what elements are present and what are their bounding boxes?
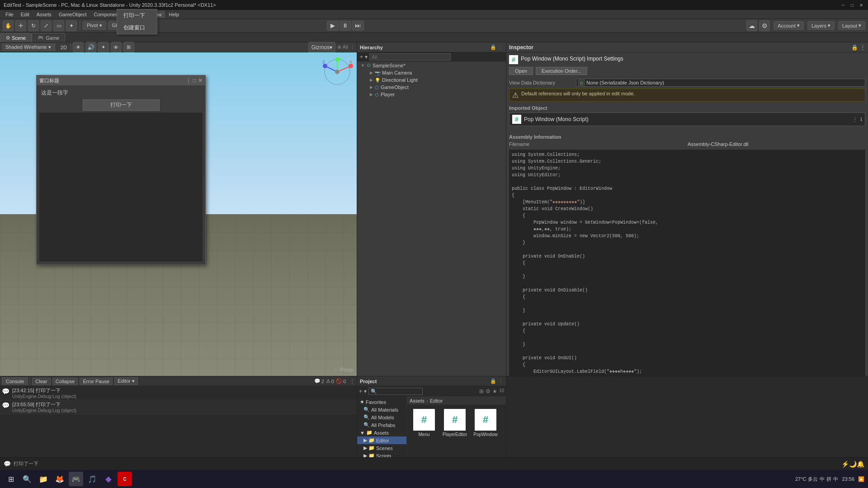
shaded-wireframe-btn[interactable]: Shaded Wireframe ▾	[2, 43, 55, 51]
hier-player[interactable]: ▶ ⬡ Player	[357, 91, 506, 98]
console-entry-0[interactable]: 💬 [23:42:15] 打印了一下 UnityEngine.Debug:Log…	[0, 386, 357, 400]
ctx-item-create-window[interactable]: 创建窗口	[117, 22, 157, 34]
taskbar-ime2[interactable]: 中	[833, 476, 838, 483]
hierarchy-scene[interactable]: ▼ ⊙ SampleScene*	[357, 61, 506, 69]
inspector-more-icon[interactable]: ⋮	[860, 44, 865, 51]
taskbar-unity-btn[interactable]: 🎮	[69, 472, 83, 486]
pause-btn[interactable]: ⏸	[340, 21, 351, 31]
imported-object-row[interactable]: # Pop Window (Mono Script) ⋮ ℹ	[509, 113, 865, 126]
scene-light-btn[interactable]: ☀	[73, 42, 84, 53]
scene-sound-btn[interactable]: 🔊	[85, 42, 96, 53]
account-btn[interactable]: Account ▾	[774, 21, 804, 30]
project-star-icon[interactable]: ★	[492, 388, 497, 394]
proj-editor[interactable]: ▶ 📁 Editor	[357, 436, 406, 444]
hier-directional-light[interactable]: ▶ 💡 Directional Light	[357, 76, 506, 84]
toolbar-btn-transform[interactable]: ✦	[66, 20, 77, 31]
proj-all-models[interactable]: 🔍 All Models	[357, 413, 406, 421]
console-more-btn[interactable]: ⋮	[349, 378, 355, 385]
menu-file[interactable]: File	[2, 11, 17, 18]
play-btn[interactable]: ▶	[327, 21, 339, 31]
proj-file-playereditor[interactable]: # PlayerEditor	[441, 409, 468, 437]
close-btn[interactable]: ✕	[858, 2, 864, 8]
project-cols-icon[interactable]: ⊞	[479, 388, 484, 394]
inspector-lock-icon[interactable]: 🔒	[851, 44, 858, 51]
imported-object-info[interactable]: ℹ	[860, 117, 862, 122]
warning-badge: ⚠ 0	[326, 378, 334, 384]
pop-window-maximize[interactable]: □	[193, 77, 196, 84]
pop-window-kebab[interactable]: ⋮	[186, 77, 191, 84]
2d-btn[interactable]: 2D	[57, 44, 71, 51]
scene-hidden-btn[interactable]: 👁	[111, 42, 122, 53]
status-icon: 💬	[4, 460, 11, 467]
collab-icon[interactable]: ☁	[746, 20, 757, 31]
taskbar-hide-btn[interactable]: 🔼	[858, 476, 864, 482]
step-btn[interactable]: ⏭	[352, 21, 364, 31]
menu-edit[interactable]: Edit	[17, 11, 33, 18]
pop-window-print-btn[interactable]: 打印一下	[83, 99, 160, 111]
tab-game[interactable]: 🎮 Game	[32, 33, 65, 42]
project-dropdown-btn[interactable]: ▾	[364, 388, 367, 394]
inspector-execution-order-btn[interactable]: Execution Order...	[536, 67, 587, 75]
project-search-input[interactable]	[368, 388, 423, 395]
scene-grid-btn[interactable]: ⊞	[123, 42, 134, 53]
editor-btn[interactable]: Editor ▾	[114, 377, 138, 385]
hierarchy-lock-icon[interactable]: 🔒	[490, 44, 496, 50]
toolbar-btn-rotate[interactable]: ↻	[28, 20, 39, 31]
menu-gameobject[interactable]: GameObject	[55, 11, 90, 18]
taskbar-pinyin[interactable]: 拼	[826, 476, 831, 483]
proj-all-materials[interactable]: 🔍 All Materials	[357, 406, 406, 413]
clear-btn[interactable]: Clear	[32, 378, 50, 385]
project-settings-icon[interactable]: ⚙	[486, 388, 491, 394]
hier-gameobject[interactable]: ▶ ⬡ GameObject	[357, 84, 506, 91]
scene-more-btn[interactable]: ⋮	[350, 44, 355, 50]
taskbar-csdn-btn[interactable]: C	[118, 472, 132, 486]
toolbar-btn-move[interactable]: ✛	[15, 20, 26, 31]
hier-main-camera[interactable]: ▶ 📷 Main Camera	[357, 69, 506, 76]
taskbar-ime[interactable]: 中	[820, 476, 825, 483]
pop-window[interactable]: 窗口标题 ⋮ □ ✕ 这是一段字 打印一下	[36, 75, 206, 265]
context-menu: 打印一下 创建窗口	[117, 9, 157, 34]
ctx-item-print[interactable]: 打印一下	[117, 9, 157, 22]
hierarchy-search-input[interactable]	[369, 53, 451, 61]
settings-icon[interactable]: ⚙	[759, 20, 770, 31]
error-pause-btn[interactable]: Error Pause	[80, 378, 113, 385]
toolbar-btn-hand[interactable]: ✋	[3, 20, 14, 31]
proj-file-menu[interactable]: # Menu	[410, 409, 438, 437]
console-tab[interactable]: Console	[2, 377, 28, 385]
pop-window-close[interactable]: ✕	[198, 77, 203, 84]
tab-scene[interactable]: ⊙ Scene	[0, 33, 32, 42]
proj-file-popwindow[interactable]: # PopWindow	[472, 409, 499, 437]
inspector-open-btn[interactable]: Open	[509, 67, 533, 75]
gizmos-btn[interactable]: Gizmos ▾	[308, 42, 336, 53]
imported-object-expand[interactable]: ⋮	[852, 116, 858, 122]
proj-scripts[interactable]: ▶ 📁 Scripts	[357, 452, 406, 457]
project-more-icon[interactable]: ⋮	[498, 378, 503, 384]
minimize-btn[interactable]: ─	[840, 2, 846, 8]
taskbar-firefox-btn[interactable]: 🦊	[52, 472, 67, 486]
taskbar-file-btn[interactable]: 📁	[36, 472, 51, 486]
hierarchy-add-btn[interactable]: +	[360, 54, 363, 60]
console-entry-1[interactable]: 💬 [23:55:59] 打印了一下 UnityEngine.Debug:Log…	[0, 400, 357, 414]
menu-assets[interactable]: Assets	[33, 11, 55, 18]
taskbar-vs-btn[interactable]: ◆	[101, 472, 116, 486]
hierarchy-more-icon[interactable]: ⋮	[498, 44, 503, 50]
proj-favorites[interactable]: ★ Favorites	[357, 398, 406, 406]
hierarchy-dropdown-btn[interactable]: ▾	[365, 54, 368, 60]
scene-fx-btn[interactable]: ✦	[98, 42, 109, 53]
maximize-btn[interactable]: □	[849, 2, 855, 8]
layout-btn[interactable]: Layout ▾	[838, 21, 865, 30]
proj-scenes[interactable]: ▶ 📁 Scenes	[357, 444, 406, 452]
pivot-btn[interactable]: Pivot ▾	[83, 21, 106, 30]
proj-assets[interactable]: ▼ 📁 Assets	[357, 429, 406, 436]
taskbar-start-btn[interactable]: ⊞	[4, 472, 18, 486]
toolbar-btn-scale[interactable]: ⤢	[41, 20, 52, 31]
taskbar-music-btn[interactable]: 🎵	[85, 472, 99, 486]
project-lock-icon[interactable]: 🔒	[490, 378, 496, 384]
collapse-btn[interactable]: Collapse	[52, 378, 78, 385]
menu-help[interactable]: Help	[165, 11, 183, 18]
project-add-btn[interactable]: +	[359, 388, 362, 394]
layers-btn[interactable]: Layers ▾	[807, 21, 835, 30]
toolbar-btn-rect[interactable]: ▭	[53, 20, 64, 31]
proj-all-prefabs[interactable]: 🔍 All Prefabs	[357, 421, 406, 429]
taskbar-search-btn[interactable]: 🔍	[20, 472, 34, 486]
